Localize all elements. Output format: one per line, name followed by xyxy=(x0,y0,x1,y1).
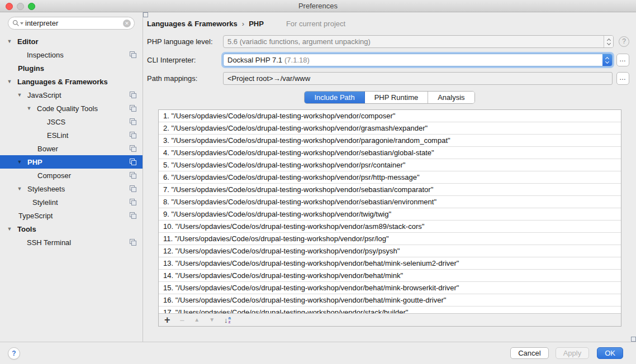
dialog-footer: ? Cancel Apply OK xyxy=(0,342,636,364)
traffic-lights xyxy=(6,3,35,10)
list-toolbar: + − ▲ ▼ ↓ a z xyxy=(159,313,621,326)
include-path-row[interactable]: 10. "/Users/opdavies/Code/os/drupal-test… xyxy=(159,221,621,233)
settings-sidebar: ✕ ▼ Editor Inspections Plugins ▼ Languag… xyxy=(0,12,143,342)
current-project-icon xyxy=(130,105,136,112)
include-path-row[interactable]: 8. "/Users/opdavies/Code/os/drupal-testi… xyxy=(159,196,621,208)
cli-interpreter-label: CLI Interpreter: xyxy=(147,56,223,64)
include-path-row[interactable]: 2. "/Users/opdavies/Code/os/drupal-testi… xyxy=(159,122,621,135)
current-project-icon xyxy=(130,199,136,205)
current-project-icon xyxy=(130,145,136,152)
include-path-panel: 1. "/Users/opdavies/Code/os/drupal-testi… xyxy=(158,109,621,327)
php-settings-tabs: Include Path PHP Runtime Analysis xyxy=(304,91,474,104)
include-path-row[interactable]: 1. "/Users/opdavies/Code/os/drupal-testi… xyxy=(159,110,621,122)
sidebar-item-typescript[interactable]: TypeScript xyxy=(0,209,143,222)
interpreter-version: (7.1.18) xyxy=(284,56,310,64)
sidebar-item-composer[interactable]: Composer xyxy=(0,169,143,182)
sidebar-item-eslint[interactable]: ESLint xyxy=(0,128,143,142)
include-path-row[interactable]: 6. "/Users/opdavies/Code/os/drupal-testi… xyxy=(159,171,621,184)
path-mappings-label: Path mappings: xyxy=(147,74,223,83)
remove-path-icon: − xyxy=(180,316,185,324)
current-project-icon xyxy=(130,92,136,98)
current-project-icon xyxy=(276,20,283,27)
path-mappings-row: Path mappings: <Project root>→/var/www … xyxy=(147,72,629,85)
chevron-down-icon[interactable]: ▼ xyxy=(25,106,33,111)
sidebar-item-plugins[interactable]: Plugins xyxy=(0,61,143,75)
scope-label: For current project xyxy=(276,20,345,28)
sidebar-item-php[interactable]: ▼ PHP xyxy=(0,155,143,169)
sidebar-item-ssh-terminal[interactable]: SSH Terminal xyxy=(0,236,143,249)
current-project-icon xyxy=(130,159,136,165)
current-project-icon xyxy=(130,132,136,138)
include-path-row[interactable]: 11. "/Users/opdavies/Code/os/drupal-test… xyxy=(159,233,621,245)
language-level-row: PHP language level: 5.6 (variadic functi… xyxy=(147,35,629,48)
chevron-down-icon[interactable]: ▼ xyxy=(6,226,13,232)
browse-interpreters-button[interactable]: … xyxy=(616,54,629,66)
tab-include-path[interactable]: Include Path xyxy=(305,92,364,103)
include-path-row[interactable]: 17. "/Users/opdavies/Code/os/drupal-test… xyxy=(159,306,621,313)
cli-interpreter-select[interactable]: Docksal PHP 7.1 (7.1.18) xyxy=(223,54,613,66)
include-path-row[interactable]: 16. "/Users/opdavies/Code/os/drupal-test… xyxy=(159,294,621,306)
settings-tree: ▼ Editor Inspections Plugins ▼ Languages… xyxy=(0,35,143,249)
path-mappings-field[interactable]: <Project root>→/var/www xyxy=(223,72,613,85)
chevron-down-icon[interactable]: ▼ xyxy=(16,186,23,191)
language-level-label: PHP language level: xyxy=(147,37,223,46)
include-path-row[interactable]: 9. "/Users/opdavies/Code/os/drupal-testi… xyxy=(159,208,621,221)
search-options-caret-icon[interactable] xyxy=(20,22,23,25)
include-path-row[interactable]: 15. "/Users/opdavies/Code/os/drupal-test… xyxy=(159,282,621,294)
cancel-button[interactable]: Cancel xyxy=(510,347,548,359)
help-button[interactable]: ? xyxy=(8,347,20,360)
sidebar-item-code-quality-tools[interactable]: ▼ Code Quality Tools xyxy=(0,102,143,115)
sidebar-item-tools[interactable]: ▼ Tools xyxy=(0,222,143,236)
close-window-button[interactable] xyxy=(6,3,13,10)
preferences-window: Preferences ✕ ▼ Editor xyxy=(0,0,636,364)
sort-alpha-icon[interactable]: ↓ a z xyxy=(224,316,231,324)
sidebar-item-languages-frameworks[interactable]: ▼ Languages & Frameworks xyxy=(0,75,143,88)
sidebar-item-inspections[interactable]: Inspections xyxy=(0,48,143,61)
sidebar-item-stylelint[interactable]: Stylelint xyxy=(0,195,143,209)
include-path-list[interactable]: 1. "/Users/opdavies/Code/os/drupal-testi… xyxy=(159,110,621,313)
apply-button: Apply xyxy=(556,347,590,359)
search-icon xyxy=(12,20,25,27)
select-stepper-icon[interactable] xyxy=(602,54,612,66)
current-project-icon xyxy=(130,185,136,192)
include-path-row[interactable]: 14. "/Users/opdavies/Code/os/drupal-test… xyxy=(159,270,621,282)
chevron-down-icon[interactable]: ▼ xyxy=(6,79,13,84)
include-path-row[interactable]: 5. "/Users/opdavies/Code/os/drupal-testi… xyxy=(159,159,621,171)
breadcrumb-parent[interactable]: Languages & Frameworks xyxy=(147,20,238,28)
search-input[interactable] xyxy=(25,19,123,27)
sidebar-item-stylesheets[interactable]: ▼ Stylesheets xyxy=(0,182,143,195)
select-stepper-icon[interactable] xyxy=(604,36,613,47)
sidebar-item-bower[interactable]: Bower xyxy=(0,142,143,155)
edit-path-mappings-button[interactable]: … xyxy=(616,72,629,85)
add-path-icon[interactable]: + xyxy=(164,315,170,325)
language-level-select[interactable]: 5.6 (variadic functions, argument unpack… xyxy=(223,35,614,48)
include-path-row[interactable]: 3. "/Users/opdavies/Code/os/drupal-testi… xyxy=(159,135,621,147)
move-up-icon: ▲ xyxy=(194,317,200,323)
php-settings-panel: Languages & Frameworks › PHP For current… xyxy=(143,12,636,342)
sidebar-item-editor[interactable]: ▼ Editor xyxy=(0,35,143,48)
sidebar-item-jscs[interactable]: JSCS xyxy=(0,115,143,128)
chevron-down-icon[interactable]: ▼ xyxy=(6,39,13,44)
help-icon[interactable]: ? xyxy=(619,36,629,47)
cli-interpreter-row: CLI Interpreter: Docksal PHP 7.1 (7.1.18… xyxy=(147,54,629,66)
chevron-down-icon[interactable]: ▼ xyxy=(16,92,23,98)
window-title: Preferences xyxy=(298,2,338,10)
tab-php-runtime[interactable]: PHP Runtime xyxy=(365,92,429,103)
include-path-row[interactable]: 13. "/Users/opdavies/Code/os/drupal-test… xyxy=(159,257,621,270)
ok-button[interactable]: OK xyxy=(597,347,623,359)
search-field[interactable]: ✕ xyxy=(8,17,135,30)
sidebar-item-javascript[interactable]: ▼ JavaScript xyxy=(0,88,143,102)
breadcrumb-separator: › xyxy=(242,20,244,28)
include-path-row[interactable]: 7. "/Users/opdavies/Code/os/drupal-testi… xyxy=(159,184,621,196)
move-down-icon: ▼ xyxy=(209,317,215,323)
current-project-icon xyxy=(130,51,136,58)
include-path-row[interactable]: 4. "/Users/opdavies/Code/os/drupal-testi… xyxy=(159,147,621,159)
include-path-row[interactable]: 12. "/Users/opdavies/Code/os/drupal-test… xyxy=(159,245,621,257)
current-project-icon xyxy=(130,118,136,125)
zoom-window-button[interactable] xyxy=(28,3,35,10)
current-project-icon xyxy=(130,172,136,179)
current-project-icon xyxy=(130,212,136,219)
tab-analysis[interactable]: Analysis xyxy=(428,92,474,103)
chevron-down-icon[interactable]: ▼ xyxy=(16,159,23,165)
clear-search-icon[interactable]: ✕ xyxy=(123,20,131,27)
